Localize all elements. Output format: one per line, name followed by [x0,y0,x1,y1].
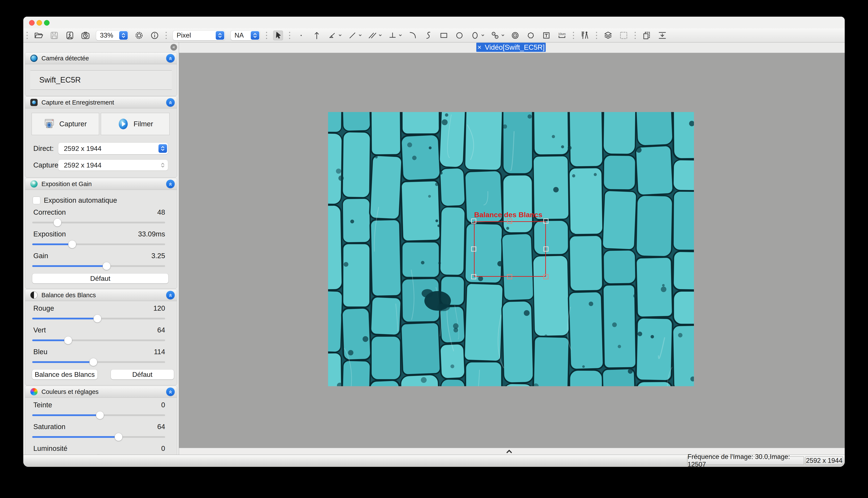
close-tab-icon[interactable]: × [477,43,482,51]
capture-resolution-select[interactable]: 2592 x 1944 [58,160,168,170]
rectangle-tool-icon[interactable] [439,30,449,40]
collapse-panel-icon[interactable] [166,388,175,396]
zoom-select[interactable]: 33% [96,30,128,40]
slider-label: Teinte [33,401,52,409]
gain-slider[interactable] [32,262,165,270]
calipers-icon[interactable] [580,30,590,40]
layers-icon[interactable] [603,30,613,40]
resize-handle-top-left[interactable] [471,219,476,224]
scalebar-tool-icon[interactable]: 10um [557,30,567,40]
bleu-slider[interactable] [32,358,165,366]
slider-thumb[interactable] [96,411,104,419]
panel-exposure-header[interactable]: Exposition et Gain [25,178,177,190]
capture-button[interactable]: Capturer [31,113,99,135]
resize-handle-bottom-left[interactable] [471,274,476,279]
slider-thumb[interactable] [89,358,97,366]
auto-exposure-checkbox[interactable] [33,197,40,204]
white-balance-default-button[interactable]: Défaut [111,369,174,379]
panel-camera-header[interactable]: Caméra détectée [25,52,177,64]
angle-tool-icon[interactable] [328,30,337,40]
collapse-panel-icon[interactable] [166,54,175,63]
chevron-down-icon[interactable] [339,34,342,37]
rouge-slider[interactable] [32,314,165,323]
circle-tool-icon[interactable] [455,30,464,40]
chevron-down-icon[interactable] [379,34,382,37]
chevron-up-icon [505,449,513,454]
settings-gear-icon[interactable] [134,30,144,40]
chevron-down-icon[interactable] [501,34,505,37]
resize-handle-mid-left[interactable] [471,247,476,251]
panel-camera: Caméra détectée Swift_EC5R [25,52,177,96]
na-select[interactable]: NA [231,30,260,40]
copy-icon[interactable] [642,30,652,40]
cursor-tool-icon[interactable] [273,30,283,40]
csv-export-icon[interactable]: CSV [619,30,628,40]
point-tool-icon[interactable] [296,30,306,40]
arc-tool-icon[interactable] [408,30,418,40]
slider-thumb[interactable] [68,240,76,248]
curve-tool-icon[interactable] [423,30,433,40]
ellipse-tool-icon[interactable] [470,30,480,40]
slider-label: Bleu [33,348,48,356]
unit-select[interactable]: Pixel [173,30,225,40]
save-icon[interactable] [49,30,59,40]
collapse-panel-icon[interactable] [166,98,175,107]
white-balance-button[interactable]: Balance des Blancs [32,369,98,379]
direct-resolution-select[interactable]: 2592 x 1944 [58,143,168,154]
camera-timer-icon[interactable] [80,30,90,40]
exposition-slider[interactable] [32,240,165,249]
flash-save-icon[interactable] [65,30,75,40]
line-tool-icon[interactable] [347,30,357,40]
chevron-down-icon[interactable] [399,34,402,37]
resize-handle-mid-right[interactable] [543,247,548,251]
panel-capture-header[interactable]: Capture et Enregistrement [25,97,177,108]
info-icon[interactable] [150,30,159,40]
perpendicular-tool-icon[interactable] [388,30,397,40]
stepper-icon [158,144,167,153]
resize-handle-top-center[interactable] [507,219,512,224]
text-tool-icon[interactable] [541,30,551,40]
exposure-default-button[interactable]: Défaut [32,274,168,283]
saturation-slider[interactable] [32,433,165,441]
teinte-slider[interactable] [32,411,165,419]
resize-handle-bottom-center[interactable] [507,274,512,279]
collapse-panel-icon[interactable] [166,180,175,188]
correction-slider[interactable] [32,218,165,227]
linked-circles-tool-icon[interactable] [490,30,500,40]
slider-value: 48 [157,208,165,217]
slider-thumb[interactable] [103,262,111,270]
arrow-tool-icon[interactable] [312,30,322,40]
vert-slider[interactable] [32,336,165,344]
export-icon[interactable] [658,30,667,40]
close-window-button[interactable] [29,20,35,26]
direct-resolution-value: 2592 x 1944 [64,145,101,153]
slider-thumb[interactable] [64,337,72,344]
camera-device-row[interactable]: Swift_EC5R [30,70,172,90]
panel-camera-title: Caméra détectée [41,55,89,62]
slider-thumb[interactable] [54,219,61,226]
panel-white-balance-header[interactable]: Balance des Blancs [25,289,177,301]
chevron-down-icon[interactable] [481,34,484,37]
resize-handle-top-right[interactable] [543,219,548,224]
white-balance-region-rect[interactable] [474,221,546,277]
collapse-panel-icon[interactable] [166,291,175,299]
slider-thumb[interactable] [93,315,101,323]
chevron-down-icon[interactable] [359,34,362,37]
polygon-tool-icon[interactable] [526,30,536,40]
minimize-window-button[interactable] [37,20,42,26]
record-button[interactable]: Filmer [101,113,169,135]
parallel-tool-icon[interactable] [368,30,378,40]
white-balance-region-label: Balance des Blancs [474,211,542,219]
slider-value: 0 [161,401,165,409]
open-folder-icon[interactable] [34,30,43,40]
panel-colors-header[interactable]: Couleurs et réglages [25,386,177,398]
sidebar-collapse-icon[interactable]: « [170,44,177,51]
concentric-circles-tool-icon[interactable] [510,30,520,40]
stepper-icon [158,161,167,169]
video-tab[interactable]: × Vidéo[Swift_EC5R] [476,43,546,52]
microscope-live-image[interactable]: Balance des Blancs [328,112,694,386]
slider-label: Gain [33,252,48,260]
zoom-window-button[interactable] [44,20,50,26]
slider-thumb[interactable] [115,433,123,441]
resize-handle-bottom-right[interactable] [543,274,548,279]
